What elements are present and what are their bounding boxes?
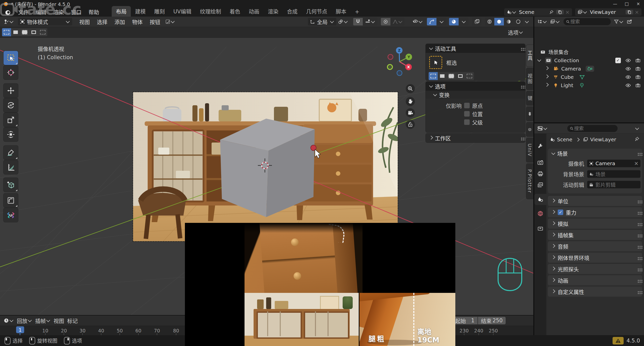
camera-field[interactable]: Camera ×	[587, 160, 640, 167]
select-mode-set-icon[interactable]	[429, 72, 438, 80]
eye-icon[interactable]	[625, 66, 631, 71]
pan-hand-button[interactable]	[406, 97, 415, 106]
select-mode-intersect-icon[interactable]	[38, 28, 47, 36]
pin-icon[interactable]	[634, 136, 639, 142]
tool-rotate[interactable]	[4, 98, 18, 112]
origins-checkbox[interactable]	[464, 103, 470, 108]
panel-grip[interactable]	[638, 200, 639, 202]
collection-checkbox[interactable]: ✓	[615, 58, 621, 63]
camera-visibility-icon[interactable]	[635, 83, 640, 88]
panel-grip[interactable]	[638, 246, 639, 247]
breadcrumb-scene[interactable]: Scene	[557, 136, 572, 143]
playback-menu[interactable]: 回放	[15, 317, 34, 324]
select-mode-invert-icon[interactable]	[456, 72, 465, 80]
expand-chevron-icon[interactable]	[545, 83, 549, 87]
light-object-name[interactable]: Light	[561, 82, 573, 88]
tool-corner-addon[interactable]	[4, 193, 18, 207]
section-lightprobes[interactable]: 光照探头	[548, 264, 642, 274]
options-panel-header[interactable]: 选项	[426, 82, 525, 91]
tool-add-cube[interactable]	[4, 178, 18, 192]
tool-cursor[interactable]	[4, 65, 18, 80]
mesh-data-icon[interactable]	[579, 75, 585, 80]
outliner-scene-collection-row[interactable]: 场景集合	[534, 48, 644, 56]
select-mode-invert-icon[interactable]	[29, 28, 38, 36]
ntab-view[interactable]: 视图	[526, 68, 533, 90]
tool-univ-addon[interactable]	[4, 208, 18, 222]
section-simulation[interactable]: 模拟	[548, 219, 642, 229]
ntab-cube-icon[interactable]	[526, 122, 533, 136]
section-keyingsets[interactable]: 插帧集	[548, 230, 642, 240]
tool-scale[interactable]	[4, 113, 18, 127]
outliner-editor-type-button[interactable]	[536, 18, 549, 25]
eye-icon[interactable]	[625, 58, 631, 63]
warning-badge-icon[interactable]	[613, 337, 624, 344]
ntab-tool[interactable]: 工具	[526, 45, 533, 66]
tweak-falloff-dropdown[interactable]	[164, 18, 177, 25]
outliner-cube-row[interactable]: Cube	[534, 73, 644, 81]
panel-grip[interactable]	[521, 137, 522, 139]
mode-selector[interactable]: 物体模式	[18, 18, 72, 25]
section-customprops[interactable]: 自定义属性	[548, 287, 642, 297]
camera-object-name[interactable]: Camera	[561, 66, 581, 72]
lock-view-button[interactable]	[406, 120, 415, 129]
camera-view-button[interactable]	[406, 108, 415, 117]
tab-tool-icon[interactable]	[534, 141, 546, 152]
panel-grip[interactable]	[521, 86, 522, 87]
tab-collection-icon[interactable]	[534, 223, 546, 234]
xray-toggle[interactable]	[472, 18, 482, 25]
cube-object-name[interactable]: Cube	[561, 74, 574, 80]
panel-grip[interactable]	[638, 257, 639, 258]
properties-search[interactable]	[567, 125, 618, 132]
marker-menu[interactable]: 标记	[66, 317, 79, 324]
ntab-key[interactable]: 键	[526, 91, 533, 105]
tool-measure[interactable]	[4, 160, 18, 174]
workspace-panel-header[interactable]: 工作区	[426, 133, 525, 143]
scene-panel-header[interactable]: 场景	[548, 149, 642, 158]
panel-grip[interactable]	[638, 212, 639, 213]
active-clip-field[interactable]: 影片剪辑	[587, 181, 640, 188]
gravity-checkbox[interactable]: ✓	[558, 210, 563, 215]
section-animation[interactable]: 动画	[548, 275, 642, 285]
new-collection-icon[interactable]	[625, 18, 634, 25]
transform-orientation[interactable]: 全局	[308, 18, 336, 25]
select-mode-intersect-icon[interactable]	[465, 72, 474, 80]
eye-icon[interactable]	[625, 83, 631, 88]
select-mode-subtract-icon[interactable]	[20, 28, 29, 36]
outliner-search[interactable]	[564, 18, 611, 25]
panel-grip[interactable]	[638, 153, 639, 154]
box-select-tool-icon[interactable]	[429, 56, 442, 69]
camera-data-icon[interactable]	[586, 66, 594, 72]
section-rigidbody[interactable]: 刚体世界环境	[548, 253, 642, 263]
overlays-toggle[interactable]	[449, 18, 459, 25]
outliner-display-mode-button[interactable]	[549, 18, 561, 25]
parents-checkbox[interactable]	[464, 119, 470, 125]
expand-chevron-icon[interactable]	[545, 75, 549, 79]
clear-icon[interactable]: ×	[634, 160, 638, 166]
panel-grip[interactable]	[638, 280, 639, 281]
select-mode-subtract-icon[interactable]	[447, 72, 456, 80]
shading-rendered-button[interactable]	[513, 18, 523, 25]
panel-grip[interactable]	[638, 268, 639, 270]
properties-search-input[interactable]	[574, 125, 615, 131]
snap-toggle[interactable]	[353, 18, 363, 25]
filter-icon[interactable]	[612, 18, 625, 25]
expand-chevron-icon[interactable]	[545, 66, 549, 70]
select-mode-extend-icon[interactable]	[11, 28, 20, 36]
panel-grip[interactable]	[521, 48, 522, 49]
proportional-edit-toggle[interactable]	[381, 18, 390, 25]
breadcrumb-viewlayer[interactable]: ViewLayer	[590, 136, 616, 143]
background-scene-field[interactable]: 场景	[587, 170, 640, 178]
select-mode-set-icon[interactable]	[2, 28, 11, 36]
tool-transform[interactable]	[4, 127, 18, 142]
keying-menu[interactable]: 插帧	[34, 317, 52, 324]
locations-checkbox[interactable]	[464, 111, 470, 117]
shading-solid-button[interactable]	[494, 18, 504, 25]
panel-grip[interactable]	[638, 223, 639, 224]
tab-render-icon[interactable]	[534, 157, 546, 168]
tool-move[interactable]	[4, 84, 18, 98]
properties-options-dropdown[interactable]	[633, 125, 641, 132]
active-tool-panel-header[interactable]: 活动工具	[426, 44, 525, 53]
tab-viewlayer-icon[interactable]	[534, 179, 546, 190]
visibility-dropdown[interactable]	[411, 18, 424, 25]
properties-editor-type-button[interactable]	[536, 125, 549, 132]
